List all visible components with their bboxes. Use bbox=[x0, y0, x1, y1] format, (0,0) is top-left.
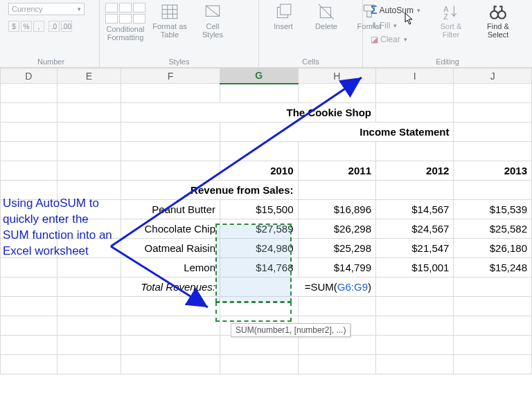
year-header: 2013 bbox=[454, 161, 532, 181]
svg-text:Z: Z bbox=[443, 12, 448, 21]
col-header[interactable]: I bbox=[375, 69, 453, 84]
cell-value[interactable]: $26,180 bbox=[454, 239, 532, 258]
insert-button[interactable]: Insert bbox=[265, 3, 302, 30]
col-header[interactable]: E bbox=[57, 69, 121, 84]
formula-cell[interactable]: =SUM(G6:G9) bbox=[220, 278, 376, 297]
delete-icon bbox=[317, 3, 335, 21]
cell-value[interactable]: $14,799 bbox=[298, 258, 375, 278]
ribbon: Currency ▾ $%, .0.00 Number Conditional … bbox=[0, 0, 532, 68]
number-format-value: Currency bbox=[12, 5, 43, 13]
cell-value[interactable]: $15,001 bbox=[375, 258, 453, 278]
col-header-active[interactable]: G bbox=[220, 69, 298, 84]
percent-icon[interactable]: % bbox=[21, 21, 32, 32]
worksheet[interactable]: D E F G H I J The Cookie Shop Income Sta… bbox=[0, 68, 532, 374]
insert-icon bbox=[274, 3, 292, 21]
group-label-cells: Cells bbox=[265, 56, 357, 66]
group-cells: Insert Delete Format Cells bbox=[259, 0, 363, 67]
year-header: 2010 bbox=[220, 161, 298, 181]
cell-styles-button[interactable]: Cell Styles bbox=[194, 3, 231, 39]
group-number: Currency ▾ $%, .0.00 Number bbox=[3, 0, 100, 67]
total-label: Total Revenues: bbox=[121, 278, 220, 297]
cell-value[interactable]: $15,248 bbox=[454, 258, 532, 278]
col-header[interactable]: F bbox=[121, 69, 220, 84]
cell-styles-icon bbox=[204, 3, 222, 21]
binoculars-icon bbox=[489, 3, 507, 21]
sigma-icon: Σ bbox=[371, 4, 378, 17]
cell-value[interactable]: $26,298 bbox=[298, 219, 375, 239]
total-row: Total Revenues: =SUM(G6:G9) bbox=[1, 278, 532, 297]
cell-value[interactable]: $15,539 bbox=[454, 200, 532, 219]
group-editing: Σ AutoSum ▾ ⬇ Fill▾ ◪ Clear▾ AZ Sort & F… bbox=[363, 0, 532, 67]
autosum-button[interactable]: Σ AutoSum ▾ bbox=[369, 3, 423, 18]
group-label-editing: Editing bbox=[369, 56, 526, 66]
svg-rect-0 bbox=[162, 5, 177, 19]
cell-value[interactable]: $15,500 bbox=[220, 200, 298, 219]
sort-filter-button[interactable]: AZ Sort & Filter bbox=[432, 3, 470, 39]
delete-button[interactable]: Delete bbox=[308, 3, 345, 30]
fill-button[interactable]: ⬇ Fill▾ bbox=[369, 19, 423, 32]
row-label: Peanut Butter bbox=[121, 200, 220, 219]
cell-value[interactable]: $25,298 bbox=[298, 239, 375, 258]
find-select-button[interactable]: Find & Select bbox=[479, 3, 517, 39]
decrease-decimal-icon[interactable]: .0 bbox=[48, 21, 60, 32]
chevron-down-icon: ▾ bbox=[78, 6, 81, 12]
row-label: Oatmeal Raisin bbox=[121, 239, 220, 258]
sort-filter-icon: AZ bbox=[442, 3, 460, 21]
fill-down-icon: ⬇ bbox=[371, 21, 378, 30]
conditional-formatting-icon bbox=[105, 3, 145, 24]
function-tooltip: SUM(number1, [number2], ...) bbox=[231, 323, 351, 337]
cell-value[interactable]: $14,768 bbox=[220, 258, 298, 278]
row-label: Lemon bbox=[121, 258, 220, 278]
year-header: 2012 bbox=[375, 161, 453, 181]
currency-icon[interactable]: $ bbox=[8, 21, 19, 32]
cell-value[interactable]: $27,589 bbox=[220, 219, 298, 239]
table-icon bbox=[161, 3, 179, 21]
column-headers: D E F G H I J bbox=[1, 69, 532, 84]
row-label: Chocolate Chip bbox=[121, 219, 220, 239]
number-format-combo[interactable]: Currency ▾ bbox=[8, 3, 85, 15]
group-label-styles: Styles bbox=[105, 56, 253, 66]
year-header: 2011 bbox=[298, 161, 375, 181]
cell-value[interactable]: $24,980 bbox=[220, 239, 298, 258]
section-header: Revenue from Sales: bbox=[121, 181, 298, 200]
annotation-text: Using AutoSUM to quickly enter the SUM f… bbox=[3, 196, 114, 260]
svg-point-13 bbox=[490, 11, 498, 19]
cell-value[interactable]: $25,582 bbox=[454, 219, 532, 239]
group-styles: Conditional Formatting Format as Table C… bbox=[100, 0, 259, 67]
comma-icon[interactable]: , bbox=[33, 21, 44, 32]
format-as-table-button[interactable]: Format as Table bbox=[151, 3, 188, 39]
cell-value[interactable]: $24,567 bbox=[375, 219, 453, 239]
group-label-number: Number bbox=[8, 56, 94, 66]
clear-button[interactable]: ◪ Clear▾ bbox=[369, 33, 423, 46]
cell-value[interactable]: $14,567 bbox=[375, 200, 453, 219]
cell-value[interactable]: $21,547 bbox=[375, 239, 453, 258]
svg-point-14 bbox=[498, 11, 506, 19]
sheet-subtitle: Income Statement bbox=[220, 122, 454, 142]
svg-line-9 bbox=[319, 4, 334, 19]
chevron-down-icon[interactable]: ▾ bbox=[417, 7, 420, 14]
col-header[interactable]: D bbox=[1, 69, 57, 84]
cell-value[interactable]: $16,896 bbox=[298, 200, 375, 219]
sheet-title: The Cookie Shop bbox=[121, 103, 375, 122]
col-header[interactable]: J bbox=[454, 69, 532, 84]
svg-rect-7 bbox=[281, 4, 291, 15]
increase-decimal-icon[interactable]: .00 bbox=[61, 21, 72, 32]
table-row: Lemon $14,768 $14,799 $15,001 $15,248 bbox=[1, 258, 532, 278]
eraser-icon: ◪ bbox=[371, 35, 378, 44]
svg-rect-8 bbox=[320, 8, 330, 18]
col-header[interactable]: H bbox=[298, 69, 375, 84]
conditional-formatting-button[interactable]: Conditional Formatting bbox=[105, 3, 145, 42]
